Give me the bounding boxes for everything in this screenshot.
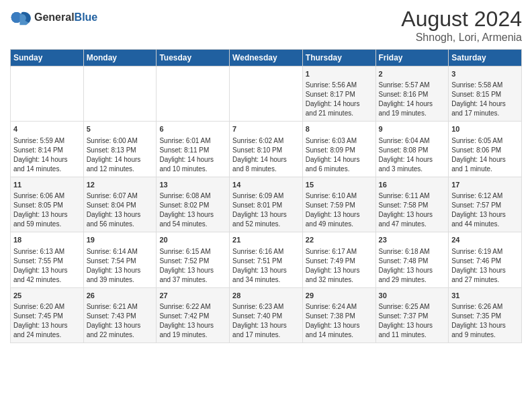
day-info: Sunrise: 6:05 AM: [451, 136, 519, 146]
day-info: Sunrise: 6:06 AM: [13, 191, 81, 201]
day-info: Daylight: 14 hours and 10 minutes.: [159, 155, 226, 174]
calendar-cell: 15Sunrise: 6:10 AMSunset: 7:59 PMDayligh…: [302, 177, 375, 232]
day-info: Sunset: 7:45 PM: [13, 312, 81, 321]
calendar-cell: 12Sunrise: 6:07 AMSunset: 8:04 PMDayligh…: [83, 177, 157, 232]
day-info: Daylight: 13 hours and 17 minutes.: [232, 321, 300, 340]
day-info: Sunrise: 6:11 AM: [379, 191, 446, 201]
day-info: Sunrise: 6:00 AM: [87, 136, 154, 146]
week-row-2: 4Sunrise: 5:59 AMSunset: 8:14 PMDaylight…: [11, 122, 522, 177]
calendar-cell: 9Sunrise: 6:04 AMSunset: 8:08 PMDaylight…: [375, 122, 449, 177]
weekday-header-thursday: Thursday: [302, 50, 375, 66]
calendar-cell: 8Sunrise: 6:03 AMSunset: 8:09 PMDaylight…: [302, 122, 375, 177]
day-info: Daylight: 14 hours and 17 minutes.: [451, 99, 519, 118]
day-info: Sunrise: 6:20 AM: [13, 302, 81, 312]
day-number: 31: [451, 291, 519, 301]
day-info: Sunset: 7:48 PM: [379, 257, 446, 266]
day-number: 14: [232, 180, 300, 190]
calendar-cell: 7Sunrise: 6:02 AMSunset: 8:10 PMDaylight…: [230, 122, 303, 177]
day-info: Sunset: 7:59 PM: [306, 201, 373, 210]
day-info: Sunset: 8:11 PM: [159, 146, 226, 155]
day-number: 3: [451, 69, 519, 79]
day-info: Sunrise: 5:57 AM: [379, 81, 446, 90]
day-info: Sunrise: 6:02 AM: [232, 136, 300, 146]
day-info: Sunset: 8:17 PM: [306, 90, 373, 99]
day-info: Daylight: 13 hours and 27 minutes.: [451, 266, 519, 285]
day-info: Sunrise: 6:17 AM: [306, 247, 373, 257]
day-info: Sunrise: 6:01 AM: [159, 136, 226, 146]
calendar-cell: 30Sunrise: 6:25 AMSunset: 7:37 PMDayligh…: [375, 287, 449, 342]
day-number: 23: [379, 235, 446, 245]
day-info: Sunset: 8:09 PM: [306, 146, 373, 155]
day-info: Daylight: 13 hours and 37 minutes.: [159, 266, 226, 285]
day-info: Daylight: 14 hours and 6 minutes.: [306, 155, 373, 174]
day-info: Sunrise: 6:03 AM: [306, 136, 373, 146]
day-info: Sunrise: 6:16 AM: [232, 247, 300, 257]
day-info: Daylight: 13 hours and 39 minutes.: [87, 266, 154, 285]
day-info: Daylight: 13 hours and 29 minutes.: [379, 266, 446, 285]
logo-blue: Blue: [75, 11, 98, 23]
calendar-cell: 10Sunrise: 6:05 AMSunset: 8:06 PMDayligh…: [449, 122, 522, 177]
day-info: Daylight: 14 hours and 3 minutes.: [379, 155, 446, 174]
day-number: 16: [379, 180, 446, 190]
day-info: Sunrise: 6:07 AM: [87, 191, 154, 201]
day-info: Sunset: 8:15 PM: [451, 90, 519, 99]
page-title: August 2024: [401, 7, 522, 32]
calendar-cell: 18Sunrise: 6:13 AMSunset: 7:55 PMDayligh…: [11, 232, 84, 287]
day-info: Sunset: 7:46 PM: [451, 257, 519, 266]
day-info: Sunset: 7:58 PM: [379, 201, 446, 210]
calendar-cell: 27Sunrise: 6:22 AMSunset: 7:42 PMDayligh…: [157, 287, 230, 342]
weekday-header-row: SundayMondayTuesdayWednesdayThursdayFrid…: [11, 50, 522, 66]
logo-general: General: [34, 11, 75, 23]
day-info: Daylight: 13 hours and 19 minutes.: [159, 321, 226, 340]
calendar-cell: [230, 66, 303, 122]
calendar-cell: 22Sunrise: 6:17 AMSunset: 7:49 PMDayligh…: [302, 232, 375, 287]
day-number: 29: [306, 291, 373, 301]
day-info: Daylight: 13 hours and 11 minutes.: [379, 321, 446, 340]
calendar-cell: [157, 66, 230, 122]
page-header: GeneralBlue August 2024 Shnogh, Lori, Ar…: [10, 7, 522, 44]
calendar-cell: 28Sunrise: 6:23 AMSunset: 7:40 PMDayligh…: [230, 287, 303, 342]
day-number: 6: [159, 124, 226, 134]
day-info: Sunset: 8:04 PM: [87, 201, 154, 210]
day-number: 27: [159, 291, 226, 301]
day-info: Sunset: 7:52 PM: [159, 257, 226, 266]
day-number: 11: [13, 180, 81, 190]
day-number: 9: [379, 124, 446, 134]
day-info: Sunrise: 6:24 AM: [306, 302, 373, 312]
day-info: Sunset: 8:10 PM: [232, 146, 300, 155]
day-number: 15: [306, 180, 373, 190]
day-info: Sunrise: 6:14 AM: [87, 247, 154, 257]
day-info: Daylight: 14 hours and 12 minutes.: [87, 155, 154, 174]
day-info: Daylight: 13 hours and 59 minutes.: [13, 210, 81, 229]
day-info: Sunrise: 6:10 AM: [306, 191, 373, 201]
day-info: Sunset: 7:55 PM: [13, 257, 81, 266]
day-info: Daylight: 13 hours and 22 minutes.: [87, 321, 154, 340]
day-info: Daylight: 13 hours and 24 minutes.: [13, 321, 81, 340]
day-number: 21: [232, 235, 300, 245]
day-info: Daylight: 13 hours and 14 minutes.: [306, 321, 373, 340]
day-number: 5: [87, 124, 154, 134]
calendar-cell: 5Sunrise: 6:00 AMSunset: 8:13 PMDaylight…: [83, 122, 157, 177]
day-info: Sunset: 8:06 PM: [451, 146, 519, 155]
calendar-cell: 29Sunrise: 6:24 AMSunset: 7:38 PMDayligh…: [302, 287, 375, 342]
day-info: Daylight: 13 hours and 9 minutes.: [451, 321, 519, 340]
calendar-cell: [11, 66, 84, 122]
day-number: 18: [13, 235, 81, 245]
week-row-4: 18Sunrise: 6:13 AMSunset: 7:55 PMDayligh…: [11, 232, 522, 287]
day-info: Sunset: 8:14 PM: [13, 146, 81, 155]
calendar-cell: 2Sunrise: 5:57 AMSunset: 8:16 PMDaylight…: [375, 66, 449, 122]
calendar-cell: 23Sunrise: 6:18 AMSunset: 7:48 PMDayligh…: [375, 232, 449, 287]
day-number: 12: [87, 180, 154, 190]
calendar-table: SundayMondayTuesdayWednesdayThursdayFrid…: [10, 49, 522, 343]
weekday-header-tuesday: Tuesday: [157, 50, 230, 66]
day-info: Sunset: 7:37 PM: [379, 312, 446, 321]
day-info: Sunrise: 6:18 AM: [379, 247, 446, 257]
day-number: 10: [451, 124, 519, 134]
day-info: Sunrise: 5:59 AM: [13, 136, 81, 146]
day-info: Sunset: 8:13 PM: [87, 146, 154, 155]
day-info: Sunrise: 5:56 AM: [306, 81, 373, 90]
day-number: 19: [87, 235, 154, 245]
calendar-cell: 1Sunrise: 5:56 AMSunset: 8:17 PMDaylight…: [302, 66, 375, 122]
weekday-header-friday: Friday: [375, 50, 449, 66]
calendar-cell: 26Sunrise: 6:21 AMSunset: 7:43 PMDayligh…: [83, 287, 157, 342]
